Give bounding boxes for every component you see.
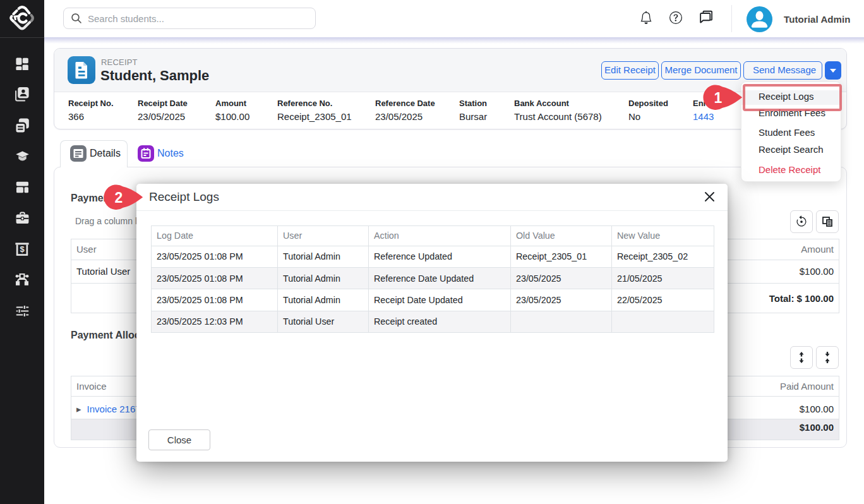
svg-text:$: $ <box>20 244 25 254</box>
svg-text:2: 2 <box>115 189 123 206</box>
svg-text:1: 1 <box>714 90 723 106</box>
